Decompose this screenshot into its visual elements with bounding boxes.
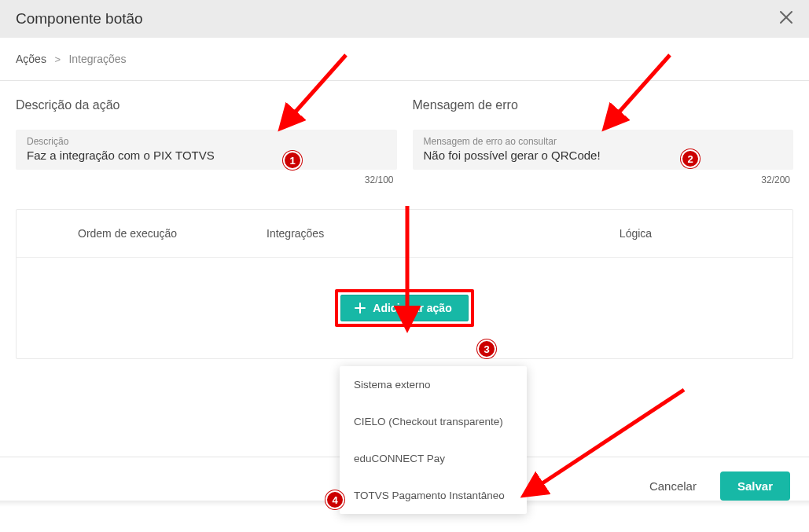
- save-button[interactable]: Salvar: [720, 471, 790, 501]
- dialog-header: Componente botão: [0, 0, 809, 38]
- breadcrumb: Ações > Integrações: [0, 38, 809, 80]
- form-columns: Descrição da ação Descrição 32/100 Mensa…: [0, 81, 809, 190]
- descricao-counter: 32/100: [16, 174, 397, 185]
- annotation-highlight: Adicionar ação: [335, 289, 473, 327]
- breadcrumb-item-integracoes: Integrações: [68, 53, 126, 65]
- dialog-title: Componente botão: [16, 10, 143, 28]
- mensagem-counter: 32/200: [413, 174, 794, 185]
- mensagem-input[interactable]: [424, 149, 783, 162]
- add-action-dropdown: Sistema externo CIELO (Checkout transpar…: [340, 366, 527, 514]
- dropdown-totvs-pix[interactable]: TOTVS Pagamento Instantâneo: [340, 477, 527, 514]
- add-action-row: Adicionar ação: [17, 258, 792, 358]
- th-logica: Lógica: [542, 227, 761, 240]
- mensagem-label: Mensagem de erro ao consultar: [424, 136, 783, 147]
- close-icon[interactable]: [779, 9, 793, 29]
- add-action-button[interactable]: Adicionar ação: [340, 295, 468, 321]
- breadcrumb-item-acoes[interactable]: Ações: [16, 53, 46, 65]
- section-title-descricao: Descrição da ação: [16, 98, 397, 112]
- col-mensagem: Mensagem de erro Mensagem de erro ao con…: [413, 98, 794, 185]
- descricao-label: Descrição: [27, 136, 386, 147]
- mensagem-field[interactable]: Mensagem de erro ao consultar: [413, 130, 794, 170]
- descricao-field[interactable]: Descrição: [16, 130, 397, 170]
- add-action-label: Adicionar ação: [373, 302, 451, 314]
- section-title-mensagem: Mensagem de erro: [413, 98, 794, 112]
- col-descricao: Descrição da ação Descrição 32/100: [16, 98, 397, 185]
- dropdown-cielo[interactable]: CIELO (Checkout transparente): [340, 403, 527, 440]
- breadcrumb-separator: >: [54, 53, 61, 65]
- th-integracoes: Integrações: [267, 227, 542, 240]
- th-ordem: Ordem de execução: [78, 227, 267, 240]
- dropdown-sistema-externo[interactable]: Sistema externo: [340, 366, 527, 403]
- descricao-input[interactable]: [27, 149, 386, 162]
- actions-table: Ordem de execução Integrações Lógica Adi…: [16, 209, 793, 359]
- dropdown-educonnect[interactable]: eduCONNECT Pay: [340, 440, 527, 477]
- plus-icon: [354, 302, 366, 314]
- cancel-button[interactable]: Cancelar: [642, 473, 704, 499]
- table-header: Ordem de execução Integrações Lógica: [17, 210, 792, 257]
